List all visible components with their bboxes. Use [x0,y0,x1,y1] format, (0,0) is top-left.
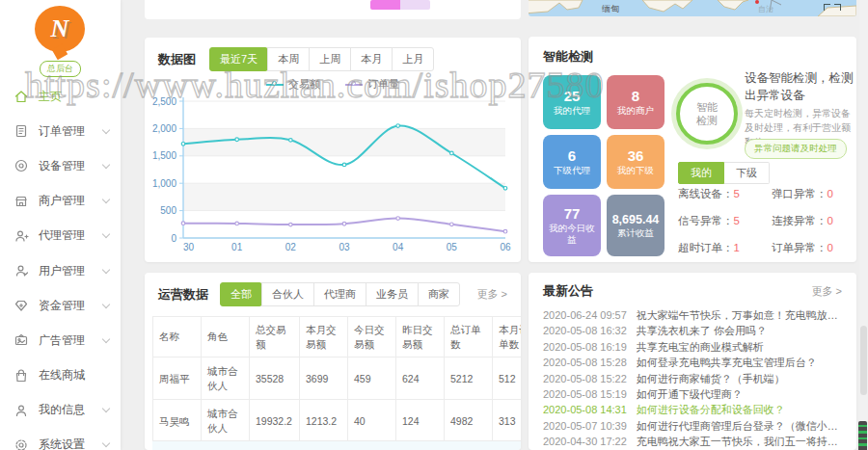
legend-item-orders[interactable]: 订单量 [345,77,399,92]
announcement-date: 2020-05-08 15:19 [543,386,627,402]
line-chart[interactable]: 05001,0001,5002,0002,50030010203040506 [150,93,513,257]
table-row[interactable]: 周福平城市合伙人3552836994596245212512 [153,357,522,400]
news-more-link[interactable]: 更多 > [812,284,842,299]
table-row[interactable]: 马昊鸣城市合伙人19932.21213.2401244982313 [153,400,522,442]
sidebar-item-orders[interactable]: 订单管理 [0,114,121,148]
table-header-cell: 名称 [153,317,202,357]
funds-icon [14,298,29,313]
stat-timeout-orders: 超时订单：1 [678,241,772,255]
stat-offline-devices: 离线设备：5 [678,187,772,201]
sidebar-item-merchants[interactable]: 商户管理 [0,184,121,219]
sidebar-item-home[interactable]: 主页 [0,79,121,114]
tab-lastmonth[interactable]: 上月 [392,47,434,71]
table-header-cell: 本月交易额 [300,317,348,357]
table-cell: 19932.2 [250,400,300,442]
tab-all[interactable]: 全部 [220,282,262,306]
announcement-date: 2020-06-24 09:57 [543,307,627,323]
sidebar-item-ads[interactable]: 广告管理 [0,323,121,357]
stat-tile-my-merchants[interactable]: 8我的商户 [607,75,665,129]
stat-tile-today-income[interactable]: 77我的今日收益 [543,195,601,256]
chart-legend: 交易额 订单量 [145,77,521,92]
announcement-item[interactable]: 2020-05-08 16:32 共享洗衣机来了 你会用吗？ [543,323,842,338]
announcement-title: 共享洗衣机来了 你会用吗？ [637,323,767,338]
tab-lastweek[interactable]: 上周 [309,47,351,71]
page-scrollbar-thumb[interactable] [860,326,867,395]
announcement-item[interactable]: 2020-04-30 17:22 充电鸭祝大家五一节快乐，我们五一将持续为你们服… [543,434,842,449]
announcement-item[interactable]: 2020-05-08 15:28 如何登录充电鸭共享充电宝管理后台？ [543,355,842,370]
tab-agent[interactable]: 代理商 [313,282,366,306]
toggle-mine[interactable]: 我的 [678,162,724,184]
announcement-item[interactable]: 2020-05-08 15:19 如何开通下级代理商？ [543,386,842,402]
tab-salesman[interactable]: 业务员 [366,282,419,306]
sidebar-item-mall[interactable]: 在线商城 [0,358,121,393]
table-cell: 624 [396,357,445,400]
fullscreen-icon[interactable] [824,4,841,13]
announcement-title: 如何开通下级代理商？ [637,386,743,402]
announcement-item[interactable]: 2020-05-08 16:19 共享充电宝的商业模式解析 [543,339,842,355]
table-cell: 35528 [250,357,300,400]
svg-text:2,500: 2,500 [152,96,176,107]
app-logo: N [35,6,85,52]
announcement-item[interactable]: 2020-05-07 10:39 如何进行代理商管理后台登录？（微信小程序、PC… [543,418,842,434]
announcement-date: 2020-05-07 10:39 [543,418,627,434]
announcement-item[interactable]: 2020-05-08 14:31 如何进行设备分配和设备回收？ [543,402,842,417]
ops-filter-tabs: 全部 合伙人 代理商 业务员 商家 [220,282,460,306]
table-cell: 4982 [445,400,493,442]
table-cell: 马昊鸣 [153,400,202,442]
table-header-cell: 昨日交易额 [396,317,445,357]
sidebar-item-devices[interactable]: 设备管理 [0,148,121,183]
map-strip[interactable]: 缅甸 自治 [529,0,856,16]
sidebar-item-funds[interactable]: 资金管理 [0,288,121,323]
shopping-bag-icon [14,368,29,384]
table-header-cell: 本月订单数 [493,317,522,357]
tab-thismonth[interactable]: 本月 [350,47,393,71]
role-badge: 总后台 [0,58,121,77]
chevron-down-icon [102,335,110,343]
sidebar-item-settings[interactable]: 系统设置 [0,428,121,450]
detect-headline: 设备智能检测，检测出异常设备 [745,69,854,104]
announcement-date: 2020-05-08 16:32 [543,323,627,338]
announcement-title: 如何进行商家铺货？（手机端） [637,371,785,386]
stat-tile-total-income[interactable]: 8,695.44累计收益 [607,195,665,256]
ops-more-link[interactable]: 更多 > [477,287,507,302]
tab-merchant[interactable]: 商家 [418,282,460,306]
announcement-date: 2020-05-08 14:31 [543,402,627,417]
table-cell: 40 [348,400,396,442]
announcement-item[interactable]: 2020-06-24 09:57 祝大家端午节快乐，万事如意！充电鸭放假通知 [543,307,842,323]
table-header-cell: 总交易额 [250,317,300,357]
announcement-item[interactable]: 2020-05-08 15:22 如何进行商家铺货？（手机端） [543,371,842,386]
table-cell: 1213.2 [300,400,348,442]
device-icon [14,158,29,173]
sidebar-item-agents[interactable]: 代理管理 [0,219,121,253]
announcement-title: 如何登录充电鸭共享充电宝管理后台？ [637,355,817,370]
progress-bar-track [400,0,430,10]
tab-last7days[interactable]: 最近7天 [209,47,268,71]
ops-card-title: 运营数据 [158,286,208,304]
chevron-down-icon [102,161,110,169]
tab-thisweek[interactable]: 本周 [267,47,310,71]
announcement-title: 充电鸭祝大家五一节快乐，我们五一将持续为你们服务 [637,434,842,449]
table-body: 周福平城市合伙人3552836994596245212512马昊鸣城市合伙人19… [153,357,522,442]
announcement-title: 如何进行代理商管理后台登录？（微信小程序、PC端后... [637,418,842,434]
map-label-region: 自治 [758,4,773,14]
scrolled-card-remnant [145,0,521,19]
sidebar-item-users[interactable]: 用户管理 [0,253,121,288]
announcement-date: 2020-04-30 17:22 [543,434,627,449]
stat-tile-my-subordinates[interactable]: 36我的下级 [607,135,665,189]
legend-item-sales[interactable]: 交易额 [266,77,320,92]
chevron-down-icon [102,265,110,273]
alert-handle-button[interactable]: 异常问题请及时处理 [745,139,847,159]
tab-partner[interactable]: 合伙人 [261,282,314,306]
toggle-sub[interactable]: 下级 [724,162,770,184]
announcement-title: 共享充电宝的商业模式解析 [637,339,764,355]
sidebar-item-myinfo[interactable]: 我的信息 [0,393,121,428]
table-cell: 459 [348,357,396,400]
table-cell: 124 [396,400,445,442]
announcement-date: 2020-05-08 15:28 [543,355,627,370]
chart-card-title: 数据图 [158,51,196,68]
smart-detect-button[interactable]: 智能检测 [676,83,738,145]
stat-tile-sub-agents[interactable]: 6下级代理 [543,135,601,189]
stat-tile-my-agents[interactable]: 25我的代理 [543,75,601,129]
table-cell: 城市合伙人 [202,357,250,400]
announcements-card: 最新公告 更多 > 2020-06-24 09:57 祝大家端午节快乐，万事如意… [529,273,856,450]
